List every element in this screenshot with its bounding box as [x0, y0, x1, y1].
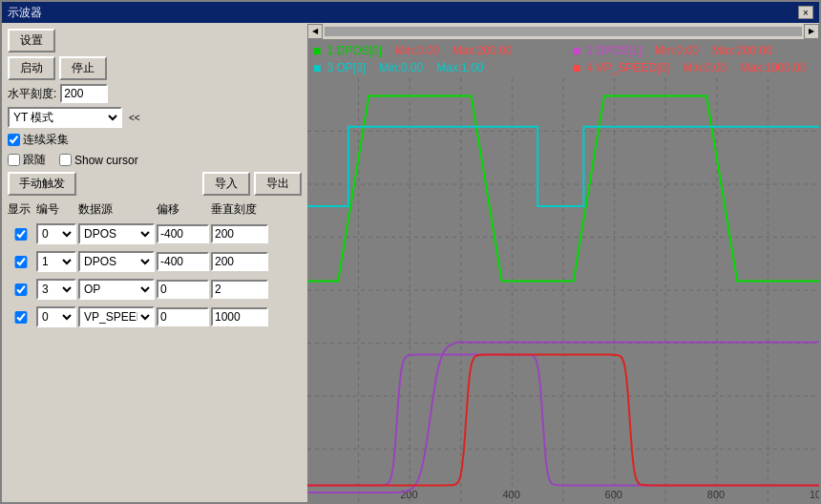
legend-max-4: Max:1000.00 [740, 61, 806, 74]
row3-scale[interactable] [211, 307, 268, 326]
row0-show[interactable] [8, 228, 34, 241]
legend-item-1: ■ 1 DPOS[0] Min:0.00 Max:200.00 [313, 43, 554, 58]
continuous-sample-row: 连续采集 [8, 132, 302, 148]
col-offset: 偏移 [157, 201, 209, 218]
row0-offset[interactable] [157, 224, 209, 243]
legend-color-1: ■ [313, 43, 321, 58]
row0-num[interactable]: 0 [36, 223, 76, 244]
scroll-left-arrow[interactable]: ◀ [307, 24, 323, 39]
mode-row: YT 模式 << [8, 107, 302, 128]
table-header: 显示 编号 数据源 偏移 垂直刻度 [8, 200, 302, 220]
row1-scale[interactable] [211, 252, 268, 271]
table-row: 0 VP_SPEED [8, 306, 302, 327]
legend-area: ■ 1 DPOS[0] Min:0.00 Max:200.00 ■ 2 DPOS… [307, 40, 819, 78]
legend-item-4: ■ 4 VP_SPEED[0] Min:0.00 Max:1000.00 [573, 60, 813, 75]
horizontal-scale-input[interactable] [60, 84, 108, 103]
continuous-sample-label[interactable]: 连续采集 [8, 132, 69, 148]
row1-source[interactable]: DPOS [78, 251, 155, 272]
legend-max-3: Max:1.00 [436, 61, 483, 74]
chart-area [307, 78, 819, 502]
row0-scale[interactable] [211, 224, 268, 243]
legend-name-3: 3 OP[3] [326, 61, 366, 74]
settings-row: 设置 [8, 29, 302, 52]
horizontal-scale-row: 水平刻度: [8, 84, 302, 103]
legend-item-2: ■ 2 DPOS[1] Min:0.00 Max:200.00 [573, 43, 813, 58]
title-bar: 示波器 × [2, 2, 819, 23]
manual-trigger-button[interactable]: 手动触发 [8, 172, 76, 196]
legend-max-2: Max:200.00 [712, 44, 772, 57]
scroll-right-arrow[interactable]: ▶ [804, 24, 819, 39]
show-cursor-checkbox[interactable] [59, 154, 72, 166]
col-source: 数据源 [78, 201, 155, 218]
main-content: 设置 启动 停止 水平刻度: YT 模式 << [2, 23, 819, 502]
row3-num[interactable]: 0 [36, 306, 76, 327]
stop-button[interactable]: 停止 [59, 56, 107, 80]
left-panel: 设置 启动 停止 水平刻度: YT 模式 << [2, 23, 307, 502]
table-row: 3 OP [8, 279, 302, 300]
oscilloscope-window: 示波器 × 设置 启动 停止 水平刻度: YT 模式 [0, 0, 821, 504]
row3-offset[interactable] [157, 307, 209, 326]
legend-max-1: Max:200.00 [453, 44, 513, 57]
legend-min-2: Min:0.00 [655, 44, 699, 57]
col-num: 编号 [36, 201, 76, 218]
show-cursor-label[interactable]: Show cursor [59, 154, 138, 167]
row2-scale[interactable] [211, 280, 268, 299]
import-button[interactable]: 导入 [202, 172, 250, 196]
legend-min-3: Min:0.00 [379, 61, 423, 74]
horizontal-scale-label: 水平刻度: [8, 86, 56, 102]
close-button[interactable]: × [798, 6, 813, 19]
double-arrow-label[interactable]: << [126, 113, 143, 123]
manual-trigger-row: 手动触发 导入 导出 [8, 172, 302, 196]
row3-source[interactable]: VP_SPEED [78, 306, 155, 327]
legend-min-1: Min:0.00 [395, 44, 439, 57]
row2-num[interactable]: 3 [36, 279, 76, 300]
table-row: 0 DPOS [8, 223, 302, 244]
mode-select[interactable]: YT 模式 [8, 107, 122, 128]
row2-show[interactable] [8, 284, 34, 296]
legend-color-4: ■ [573, 60, 580, 75]
row0-source[interactable]: DPOS [78, 223, 155, 244]
row2-offset[interactable] [157, 280, 209, 299]
legend-name-4: 4 VP_SPEED[0] [586, 61, 669, 74]
col-scale: 垂直刻度 [211, 201, 268, 218]
settings-button[interactable]: 设置 [8, 29, 55, 52]
scroll-track[interactable] [325, 27, 802, 36]
continuous-sample-checkbox[interactable] [8, 134, 20, 146]
follow-row: 跟随 Show cursor [8, 152, 302, 168]
table-row: 1 DPOS [8, 251, 302, 272]
start-button[interactable]: 启动 [8, 56, 55, 80]
row1-num[interactable]: 1 [36, 251, 76, 272]
scrollbar-top[interactable]: ◀ ▶ [307, 23, 819, 40]
legend-color-3: ■ [313, 60, 321, 75]
follow-checkbox[interactable] [8, 154, 20, 166]
col-show: 显示 [8, 201, 34, 218]
follow-label[interactable]: 跟随 [8, 152, 46, 168]
oscilloscope-canvas [307, 78, 819, 502]
row2-source[interactable]: OP [78, 279, 155, 300]
legend-name-2: 2 DPOS[1] [586, 44, 641, 57]
legend-name-1: 1 DPOS[0] [326, 44, 381, 57]
start-stop-row: 启动 停止 [8, 56, 302, 80]
row3-show[interactable] [8, 311, 34, 324]
export-button[interactable]: 导出 [254, 172, 302, 196]
row1-show[interactable] [8, 256, 34, 268]
right-panel: ◀ ▶ ■ 1 DPOS[0] Min:0.00 Max:200.00 ■ 2 … [307, 23, 819, 502]
window-title: 示波器 [8, 5, 42, 21]
legend-min-4: Min:0.00 [683, 61, 726, 74]
legend-item-3: ■ 3 OP[3] Min:0.00 Max:1.00 [313, 60, 554, 75]
legend-color-2: ■ [573, 43, 580, 58]
row1-offset[interactable] [157, 252, 209, 271]
